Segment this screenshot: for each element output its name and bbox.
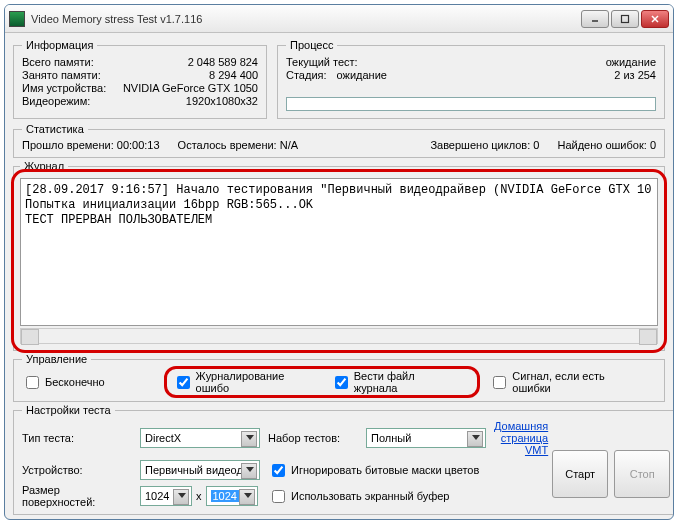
info-legend: Информация [22, 39, 97, 51]
control-panel: Управление Бесконечно Журналирование оши… [13, 353, 665, 402]
errors-value: 0 [650, 139, 656, 151]
cycles-value: 0 [533, 139, 539, 151]
surface-size-label: Размер поверхностей: [22, 484, 132, 508]
progress-bar [286, 97, 656, 111]
errors-label: Найдено ошибок: [557, 139, 646, 151]
current-test-label: Текущий тест: [286, 56, 358, 68]
total-mem-value: 2 048 589 824 [188, 56, 258, 68]
log-errors-checkbox[interactable]: Журналирование ошибо [173, 370, 321, 394]
stop-button[interactable]: Стоп [614, 450, 670, 498]
x-label: x [196, 490, 202, 502]
device-name-value: NVIDIA GeForce GTX 1050 [123, 82, 258, 94]
surface-width-combo[interactable]: 1024 [140, 486, 192, 506]
device-name-label: Имя устройства: [22, 82, 106, 94]
journal-scrollbar[interactable] [20, 328, 658, 344]
remain-label: Осталось времени: [178, 139, 277, 151]
used-mem-label: Занято памяти: [22, 69, 101, 81]
journal-panel: Журнал [28.09.2017 9:16:57] Начало тести… [13, 160, 665, 351]
device-combo-label: Устройство: [22, 464, 132, 476]
video-mode-value: 1920x1080x32 [186, 95, 258, 107]
signal-checkbox[interactable]: Сигнал, если есть ошибки [489, 370, 646, 394]
close-button[interactable] [641, 10, 669, 28]
stage-counter: 2 из 254 [614, 69, 656, 81]
test-type-label: Тип теста: [22, 432, 132, 444]
journal-legend: Журнал [20, 160, 68, 172]
surface-height-combo[interactable]: 1024 [206, 486, 258, 506]
keep-log-checkbox[interactable]: Вести файл журнала [331, 370, 462, 394]
minimize-button[interactable] [581, 10, 609, 28]
journal-textarea[interactable]: [28.09.2017 9:16:57] Начало тестирования… [20, 178, 658, 326]
process-panel: Процесс Текущий тест:ожидание Стадия:ожи… [277, 39, 665, 119]
stats-panel: Статистика Прошло времени: 00:00:13 Оста… [13, 123, 665, 158]
maximize-button[interactable] [611, 10, 639, 28]
settings-panel: Настройки теста Тип теста: DirectX Набор… [13, 404, 674, 515]
video-mode-label: Видеорежим: [22, 95, 90, 107]
infinite-checkbox[interactable]: Бесконечно [22, 373, 105, 392]
stage-label: Стадия: [286, 69, 327, 81]
elapsed-value: 00:00:13 [117, 139, 160, 151]
window-title: Video Memory stress Test v1.7.116 [31, 13, 581, 25]
current-test-value: ожидание [358, 56, 656, 68]
process-legend: Процесс [286, 39, 337, 51]
elapsed-label: Прошло времени: [22, 139, 114, 151]
app-icon [9, 11, 25, 27]
titlebar: Video Memory stress Test v1.7.116 [5, 5, 673, 33]
device-combo[interactable]: Первичный видеод [140, 460, 260, 480]
test-set-label: Набор тестов: [268, 432, 358, 444]
settings-legend: Настройки теста [22, 404, 115, 416]
control-legend: Управление [22, 353, 91, 365]
used-mem-value: 8 294 400 [209, 69, 258, 81]
test-set-combo[interactable]: Полный [366, 428, 486, 448]
start-button[interactable]: Старт [552, 450, 608, 498]
remain-value: N/A [280, 139, 298, 151]
stage-value: ожидание [327, 69, 615, 81]
test-type-combo[interactable]: DirectX [140, 428, 260, 448]
cycles-label: Завершено циклов: [430, 139, 530, 151]
stats-legend: Статистика [22, 123, 88, 135]
info-panel: Информация Всего памяти:2 048 589 824 За… [13, 39, 267, 119]
svg-rect-1 [622, 15, 629, 22]
total-mem-label: Всего памяти: [22, 56, 94, 68]
